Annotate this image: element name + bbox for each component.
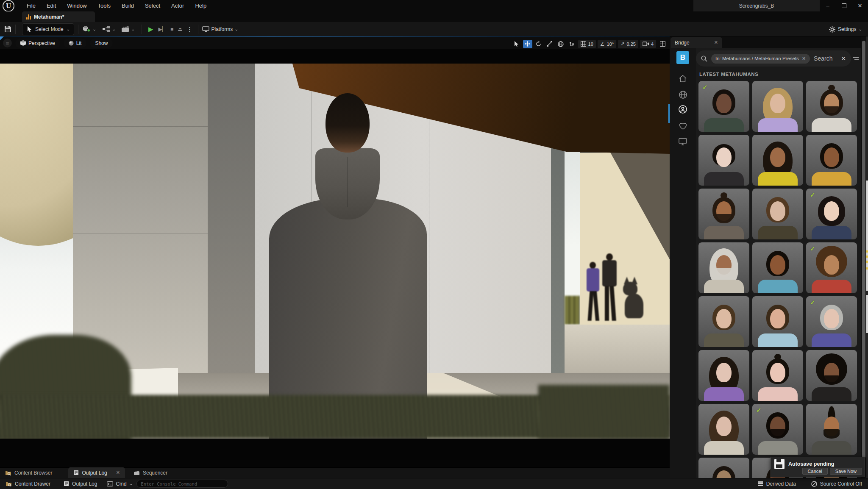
move-tool[interactable] bbox=[523, 40, 532, 48]
metahuman-preset-tile[interactable] bbox=[752, 296, 803, 347]
metahuman-preset-tile[interactable] bbox=[698, 404, 749, 455]
menu-edit[interactable]: Edit bbox=[42, 1, 61, 11]
lit-dropdown[interactable]: Lit bbox=[64, 39, 87, 48]
metahuman-preset-tile[interactable]: ✓ bbox=[806, 189, 857, 239]
portrait-shoulders bbox=[812, 226, 851, 239]
scrollbar-thumb[interactable] bbox=[862, 41, 865, 458]
rotation-snap-control[interactable]: ∠ 10° bbox=[598, 40, 616, 48]
content-drawer-button[interactable]: Content Drawer bbox=[0, 478, 56, 489]
autosave-cancel-button[interactable]: Cancel bbox=[802, 468, 828, 475]
remove-chip-icon[interactable]: ✕ bbox=[802, 56, 806, 61]
local-monitor-icon[interactable] bbox=[676, 135, 690, 148]
metahuman-preset-tile[interactable] bbox=[698, 296, 749, 347]
cinematics-dropdown[interactable]: ⌄ bbox=[121, 26, 135, 32]
tab-content-browser[interactable]: Content Browser bbox=[0, 467, 57, 478]
save-button[interactable] bbox=[4, 25, 11, 33]
grid-snap-icon bbox=[581, 41, 586, 47]
portrait-shoulders bbox=[758, 387, 798, 401]
menu-actor[interactable]: Actor bbox=[167, 1, 189, 11]
filter-menu-icon[interactable] bbox=[853, 57, 859, 60]
rotate-icon bbox=[536, 41, 541, 47]
close-icon[interactable]: ✕ bbox=[116, 470, 120, 475]
menu-tools[interactable]: Tools bbox=[93, 1, 115, 11]
metahuman-preset-tile[interactable] bbox=[806, 404, 857, 455]
stop-button[interactable]: ■ bbox=[170, 26, 173, 32]
source-control-button[interactable]: Source Control Off bbox=[811, 481, 862, 487]
tab-sequencer[interactable]: Sequencer bbox=[128, 467, 172, 478]
metahuman-preset-tile[interactable] bbox=[752, 189, 803, 239]
blueprints-dropdown[interactable]: ⌄ bbox=[102, 26, 116, 32]
console-command-input[interactable] bbox=[136, 480, 228, 488]
metahuman-preset-tile[interactable] bbox=[698, 135, 749, 186]
panel-scrollbar[interactable] bbox=[861, 36, 866, 478]
menu-select[interactable]: Select bbox=[140, 1, 165, 11]
select-mode-dropdown[interactable]: Select Mode ⌄ bbox=[22, 23, 74, 35]
metahuman-preset-tile[interactable]: ✓ bbox=[752, 404, 803, 455]
bridge-logo-icon[interactable]: B bbox=[676, 51, 689, 64]
scene-main-character-head bbox=[326, 93, 370, 153]
home-icon[interactable] bbox=[676, 72, 690, 85]
maximize-viewport-button[interactable] bbox=[658, 40, 667, 48]
globe-icon[interactable] bbox=[676, 88, 690, 101]
metahumans-user-icon[interactable] bbox=[676, 103, 690, 116]
menu-build[interactable]: Build bbox=[117, 1, 139, 11]
menu-help[interactable]: Help bbox=[190, 1, 211, 11]
play-button[interactable]: ▶ bbox=[148, 25, 153, 33]
rendered-scene[interactable] bbox=[0, 64, 670, 439]
add-actor-dropdown[interactable]: ⌄ bbox=[82, 25, 96, 33]
metahuman-preset-tile[interactable] bbox=[752, 135, 803, 186]
cmd-dropdown[interactable]: Cmd ⌄ bbox=[103, 481, 136, 487]
metahuman-preset-tile[interactable]: ✓ bbox=[806, 242, 857, 293]
metahuman-preset-tile[interactable] bbox=[806, 350, 857, 401]
metahuman-preset-tile[interactable] bbox=[806, 135, 857, 186]
metahuman-preset-tile[interactable] bbox=[752, 350, 803, 401]
world-local-toggle[interactable] bbox=[556, 40, 565, 48]
show-dropdown[interactable]: Show bbox=[90, 39, 113, 48]
metahuman-preset-tile[interactable] bbox=[752, 242, 803, 293]
eject-button[interactable]: ⏏ bbox=[178, 26, 182, 32]
transform-toolbar: 10 ∠ 10° ↗ 0.25 4 bbox=[512, 38, 667, 50]
metahuman-preset-tile[interactable] bbox=[806, 81, 857, 132]
clear-search-icon[interactable]: ✕ bbox=[841, 55, 846, 62]
tab-output-log[interactable]: Output Log ✕ bbox=[68, 467, 125, 478]
close-icon[interactable]: ✕ bbox=[714, 40, 718, 45]
unreal-logo-icon[interactable]: U bbox=[3, 0, 14, 12]
level-viewport[interactable]: ≡ Perspective Lit Show bbox=[0, 36, 670, 467]
scale-tool[interactable] bbox=[545, 40, 554, 48]
favorites-heart-icon[interactable] bbox=[676, 119, 690, 133]
frame-skip-button[interactable]: ▶▏ bbox=[158, 26, 166, 32]
search-bar[interactable]: In: Metahumans / MetaHuman Presets ✕ Sea… bbox=[696, 50, 851, 67]
metahuman-preset-tile[interactable] bbox=[698, 189, 749, 239]
metahuman-preset-tile[interactable]: ✓ bbox=[698, 81, 749, 132]
minimize-icon[interactable]: – bbox=[820, 0, 836, 11]
scale-snap-value: 0.25 bbox=[626, 42, 635, 47]
output-log-button[interactable]: Output Log bbox=[58, 478, 103, 489]
viewport-options-menu[interactable]: ≡ bbox=[3, 39, 12, 47]
derived-data-button[interactable]: Derived Data bbox=[757, 481, 796, 487]
autosave-save-now-button[interactable]: Save Now bbox=[830, 468, 862, 475]
menu-file[interactable]: File bbox=[22, 1, 40, 11]
tab-metahuman[interactable]: Metahuman* bbox=[22, 11, 95, 22]
scale-snap-control[interactable]: ↗ 0.25 bbox=[618, 40, 638, 48]
close-icon[interactable]: ✕ bbox=[852, 0, 868, 11]
metahuman-preset-tile[interactable] bbox=[698, 350, 749, 401]
background-window-sliver bbox=[866, 36, 868, 478]
surface-snapping-toggle[interactable] bbox=[567, 40, 576, 48]
perspective-dropdown[interactable]: Perspective bbox=[15, 39, 60, 48]
menu-window[interactable]: Window bbox=[62, 1, 91, 11]
grid-snap-control[interactable]: 10 bbox=[578, 40, 596, 48]
camera-speed-control[interactable]: 4 bbox=[640, 40, 656, 48]
settings-dropdown[interactable]: Settings ⌄ bbox=[829, 22, 862, 36]
metahuman-preset-tile[interactable] bbox=[752, 81, 803, 132]
platforms-dropdown[interactable]: Platforms ⌄ bbox=[202, 26, 238, 32]
metahuman-preset-tile[interactable] bbox=[698, 242, 749, 293]
restore-icon[interactable] bbox=[836, 0, 852, 11]
blueprint-nodes-icon bbox=[102, 26, 110, 32]
metahuman-preset-tile[interactable]: ✓ bbox=[806, 296, 857, 347]
rotate-tool[interactable] bbox=[534, 40, 543, 48]
metahuman-preset-tile[interactable] bbox=[698, 458, 749, 478]
play-options-menu[interactable]: ⋮ bbox=[187, 26, 193, 33]
select-tool[interactable] bbox=[512, 40, 521, 48]
tab-bridge[interactable]: Bridge ✕ bbox=[670, 37, 722, 48]
search-filter-chip[interactable]: In: Metahumans / MetaHuman Presets ✕ bbox=[711, 54, 810, 64]
